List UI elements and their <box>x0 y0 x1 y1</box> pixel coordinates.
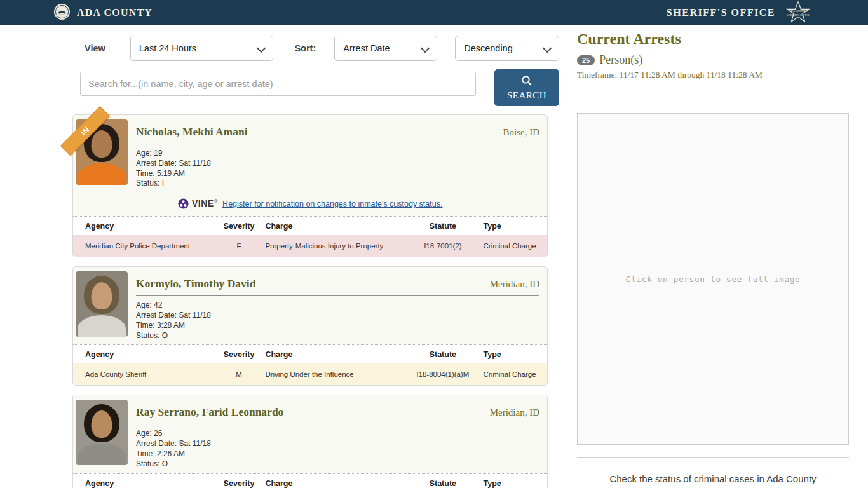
col-type: Type <box>481 345 547 363</box>
mugshot-face <box>92 410 112 438</box>
age-value: 42 <box>154 301 162 309</box>
search-button-label: SEARCH <box>507 90 546 101</box>
charges-header-row: Agency Severity Charge Statute Type <box>73 345 547 363</box>
charge-severity: M <box>215 363 263 385</box>
search-input[interactable] <box>80 72 476 96</box>
age-value: 26 <box>154 429 162 438</box>
time-value: 5:19 AM <box>157 169 185 178</box>
col-severity: Severity <box>215 217 263 235</box>
charge-description: Driving Under the Influence <box>262 363 405 385</box>
name-divider <box>136 424 539 424</box>
age-line: Age: 42 <box>136 301 539 311</box>
case-status-link[interactable]: Check the status of criminal cases in Ad… <box>577 473 849 484</box>
time-line: Time: 3:28 AM <box>136 321 539 331</box>
person-count-label: Person(s) <box>599 53 642 67</box>
mugshot[interactable] <box>76 400 128 465</box>
arrest-date-line: Arrest Date: Sat 11/18 <box>136 311 539 321</box>
county-seal-icon <box>53 3 71 23</box>
view-select[interactable]: Last 24 Hours <box>130 36 274 61</box>
person-city: Meridian, ID <box>490 279 539 290</box>
person-city: Meridian, ID <box>490 407 539 418</box>
arrest-list: IN Nicholas, Mekhi Amani Boise, ID Age: … <box>72 114 548 488</box>
charges-header-row: Agency Severity Charge Statute Type <box>73 474 547 488</box>
charge-type: Criminal Charge <box>481 363 547 385</box>
sort-field-select[interactable]: Arrest Date <box>334 36 437 61</box>
view-label: View <box>85 43 105 53</box>
charge-statute: I18-7001(2) <box>405 235 480 257</box>
charge-row: Meridian City Police Department F Proper… <box>73 235 547 257</box>
view-select-value: Last 24 Hours <box>139 43 196 53</box>
search-button[interactable]: SEARCH <box>494 69 559 106</box>
col-statute: Statute <box>405 474 480 488</box>
county-title: ADA COUNTY <box>77 7 153 18</box>
preview-placeholder-text: Click on person to see full image <box>626 274 801 284</box>
person-name: Nicholas, Mekhi Amani <box>136 125 248 139</box>
vine-row: VINE® Register for notification on chang… <box>73 193 547 216</box>
charges-table-section: Agency Severity Charge Statute Type Ada … <box>73 344 547 385</box>
time-value: 2:26 AM <box>157 449 185 458</box>
charges-body: Ada County Sheriff M Driving Under the I… <box>73 363 547 385</box>
charge-type: Criminal Charge <box>481 235 547 257</box>
age-line: Age: 26 <box>136 429 539 439</box>
vine-register-link[interactable]: Register for notification on changes to … <box>222 200 442 208</box>
arrests-main: View Last 24 Hours Sort: Arrest Date Des… <box>72 25 559 488</box>
col-type: Type <box>481 474 547 488</box>
sort-direction-value: Descending <box>464 43 513 53</box>
col-type: Type <box>481 217 547 235</box>
charges-header-row: Agency Severity Charge Statute Type <box>73 217 547 235</box>
col-agency: Agency <box>73 474 215 488</box>
arrest-date-line: Arrest Date: Sat 11/18 <box>136 439 539 449</box>
app-header: ADA COUNTY SHERIFF'S OFFICE ADA COUNTY S… <box>0 0 868 25</box>
arrest-date-value: Sat 11/18 <box>179 311 210 320</box>
col-severity: Severity <box>215 474 263 488</box>
col-agency: Agency <box>73 217 215 235</box>
col-charge: Charge <box>262 474 405 488</box>
person-count-badge: 25 <box>577 55 595 65</box>
sheriff-star-badge-icon: ADA COUNTY SHERIFF'S OFFICE <box>782 1 815 25</box>
person-city: Boise, ID <box>503 127 540 138</box>
badge-text-line2: SHERIFF'S OFFICE <box>787 13 810 17</box>
charge-agency: Ada County Sheriff <box>73 363 215 385</box>
charge-agency: Meridian City Police Department <box>73 235 215 257</box>
charges-table-section: Agency Severity Charge Statute Type Meri… <box>73 216 547 257</box>
arrest-date-value: Sat 11/18 <box>179 159 210 168</box>
arrest-card[interactable]: IN Nicholas, Mekhi Amani Boise, ID Age: … <box>72 114 548 257</box>
charges-table-section: Agency Severity Charge Statute Type <box>73 473 547 488</box>
current-arrests-panel: Current Arrests 25 Person(s) Timeframe: … <box>577 25 849 488</box>
search-icon <box>521 75 532 88</box>
mugshot-torso <box>78 444 126 465</box>
status-value: I <box>162 179 164 187</box>
mugshot-torso <box>78 315 126 337</box>
sort-field-value: Arrest Date <box>343 43 390 53</box>
arrest-date-line: Arrest Date: Sat 11/18 <box>136 159 539 169</box>
status-value: O <box>162 331 168 340</box>
person-count-row: 25 Person(s) <box>577 53 849 67</box>
filter-bar: View Last 24 Hours Sort: Arrest Date Des… <box>72 36 559 61</box>
panel-title: Current Arrests <box>577 30 849 48</box>
charge-row: Ada County Sheriff M Driving Under the I… <box>73 363 547 385</box>
col-agency: Agency <box>73 345 215 363</box>
full-image-preview: Click on person to see full image <box>577 113 849 445</box>
status-line: Status: O <box>136 331 539 341</box>
status-value: O <box>162 459 168 468</box>
sort-direction-select[interactable]: Descending <box>455 36 559 61</box>
sort-label: Sort: <box>294 43 316 53</box>
badge-text-line1: ADA COUNTY <box>789 10 808 13</box>
person-name: Ray Serrano, Farid Leonnardo <box>136 405 283 419</box>
timeframe-text: Timeframe: 11/17 11:28 AM through 11/18 … <box>577 70 849 80</box>
office-title: SHERIFF'S OFFICE <box>667 7 775 18</box>
panel-divider <box>577 458 849 458</box>
status-line: Status: I <box>136 179 539 189</box>
arrest-card[interactable]: Kormylo, Timothy David Meridian, ID Age:… <box>72 266 548 386</box>
vine-logo-icon <box>178 202 191 211</box>
arrest-card[interactable]: Ray Serrano, Farid Leonnardo Meridian, I… <box>72 395 548 488</box>
status-line: Status: O <box>136 459 539 470</box>
charges-body: Meridian City Police Department F Proper… <box>73 235 547 257</box>
age-line: Age: 19 <box>136 149 539 159</box>
charge-statute: I18-8004(1)(a)M <box>405 363 480 385</box>
name-divider <box>136 144 539 144</box>
time-line: Time: 2:26 AM <box>136 449 539 459</box>
arrest-date-value: Sat 11/18 <box>179 439 210 448</box>
time-value: 3:28 AM <box>157 321 185 330</box>
mugshot[interactable] <box>76 271 128 337</box>
